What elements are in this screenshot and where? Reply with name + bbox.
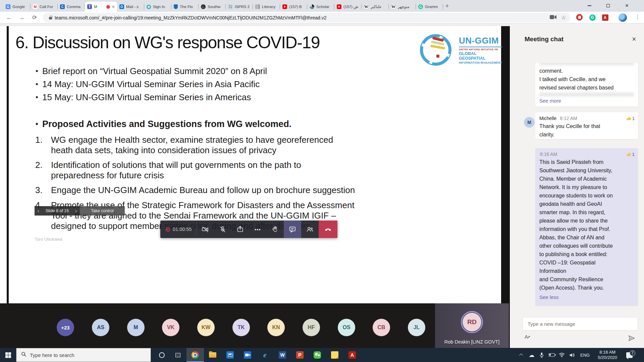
thumbs-up-reaction[interactable]: 1 [626, 116, 635, 121]
slide-credit: Taro Ubukawa [35, 237, 62, 242]
video-camera-icon [244, 351, 251, 359]
camera-off-button[interactable] [197, 221, 214, 238]
microphone-tray-icon[interactable] [537, 352, 547, 358]
see-less-link[interactable]: See less [535, 294, 638, 300]
browser-tab[interactable]: (157) B [280, 2, 307, 12]
address-bar[interactable]: teams.microsoft.com/_#/pre-join-calling/… [43, 13, 570, 22]
more-options-button[interactable]: ••• [249, 221, 266, 238]
browser-tab[interactable]: The Flo [171, 2, 199, 12]
taskbar-wechat-button[interactable] [309, 348, 326, 362]
slide-bullet: •15 May: UN-GGIM Virtual Seminar Series … [36, 92, 251, 103]
new-tab-button[interactable]: + [443, 2, 451, 11]
browser-tab[interactable]: Wعلىاكبر [362, 2, 389, 12]
browser-tab[interactable]: Southw [199, 2, 226, 12]
raise-hand-icon [271, 226, 279, 233]
browser-tab[interactable]: MCall For [31, 2, 58, 12]
tab-label: علىاكبر [371, 4, 386, 9]
chat-icon [288, 225, 297, 233]
mic-off-button[interactable] [214, 221, 231, 238]
window-maximize-button[interactable] [600, 0, 616, 11]
message-timestamp: 8:12 AM [560, 116, 577, 121]
taskbar-clock[interactable]: 8:16 AM 5/20/2020 [593, 350, 622, 360]
tab-close-icon[interactable]: × [112, 4, 115, 9]
browser-tab[interactable]: Literacy [253, 2, 280, 12]
camera-in-use-icon[interactable] [550, 15, 556, 21]
next-slide-icon[interactable]: › [75, 208, 77, 214]
window-minimize-button[interactable] [582, 0, 597, 11]
browser-tab[interactable]: Scholar [307, 2, 334, 12]
outlook-icon: O [119, 4, 124, 9]
taskbar-ie-button[interactable]: e [256, 348, 274, 362]
stage-letterbox-right [501, 26, 510, 303]
send-message-button[interactable] [628, 335, 635, 343]
taskbar-sticky-notes-button[interactable] [326, 348, 343, 362]
reload-button[interactable]: ⟳ [30, 13, 40, 23]
word-icon: W [279, 351, 286, 359]
chat-panel-title: Meeting chat [525, 36, 564, 43]
forward-button[interactable]: → [17, 13, 27, 23]
wikipedia-icon: W [364, 4, 369, 9]
browser-menu-icon[interactable]: ⋮ [635, 14, 640, 20]
browser-tab[interactable]: OMail - s [117, 2, 144, 12]
grammarly-icon: G [418, 4, 423, 9]
record-icon [166, 227, 170, 232]
taskbar-search-input[interactable] [30, 352, 130, 358]
take-control-button[interactable]: Take control [80, 206, 125, 216]
taskbar-chrome-button[interactable] [186, 348, 204, 362]
participant-avatar: KW [197, 319, 215, 336]
format-button[interactable]: A [525, 334, 531, 340]
taskbar-powerpoint-button[interactable]: P [291, 348, 309, 362]
task-view-button[interactable] [170, 348, 186, 362]
browser-tab-strip: GGoogle MCall For CCorema TM× OMail - s … [0, 0, 644, 12]
bookmark-star-icon[interactable]: ☆ [561, 15, 566, 20]
adblock-extension-icon[interactable] [576, 14, 583, 20]
sender-name: Michelle [539, 116, 556, 121]
action-center-button[interactable]: 7 [622, 352, 637, 358]
previous-slide-icon[interactable]: ‹ [38, 208, 39, 214]
onedrive-cloud-icon[interactable]: ☁ [527, 352, 537, 358]
cortana-button[interactable] [154, 348, 170, 362]
chrome-icon [192, 351, 199, 359]
browser-tab[interactable]: ISPRS 2 [226, 2, 253, 12]
slide-nav-overlay: ‹ Slide 8 of 15 › Take control [35, 206, 125, 216]
browser-tab[interactable]: GGramm [416, 2, 443, 12]
back-button[interactable]: ← [4, 13, 14, 23]
screen: GGoogle MCall For CCorema TM× OMail - s … [0, 0, 644, 362]
browser-tab[interactable]: (157) ش [334, 2, 362, 12]
taskbar-word-button[interactable]: W [274, 348, 291, 362]
browser-tab[interactable]: Wمنوچهر [389, 2, 416, 12]
wifi-icon[interactable] [557, 353, 567, 357]
browser-tab-active-teams[interactable]: TM× [85, 2, 117, 12]
browser-profile-avatar[interactable] [619, 13, 627, 22]
taskbar-explorer-button[interactable] [204, 348, 221, 362]
cortana-icon [159, 352, 165, 358]
share-screen-button[interactable] [231, 221, 249, 238]
taskbar-search-box[interactable] [16, 348, 151, 362]
see-more-link[interactable]: See more [535, 98, 638, 104]
tab-label: M [94, 5, 104, 9]
taskbar-mail-button[interactable] [221, 348, 239, 362]
taskbar-video-app-button[interactable] [239, 348, 256, 362]
chat-close-icon[interactable]: × [632, 35, 636, 44]
tray-expand-icon[interactable] [517, 354, 527, 356]
volume-icon[interactable] [567, 353, 577, 358]
camera-off-icon [201, 225, 209, 233]
browser-tab[interactable]: Sign In [144, 2, 171, 12]
thumbs-up-reaction[interactable]: 1 [626, 152, 635, 157]
chat-toggle-button-active[interactable] [284, 221, 301, 238]
start-button[interactable] [0, 348, 16, 362]
taskbar-acrobat-button[interactable]: A [343, 348, 361, 362]
browser-tab[interactable]: CCorema [58, 2, 85, 12]
battery-icon[interactable] [547, 353, 557, 357]
window-close-button[interactable]: × [619, 0, 635, 11]
participants-button[interactable] [301, 221, 319, 238]
hang-up-button[interactable] [319, 221, 337, 238]
pdf-extension-icon[interactable]: A [602, 14, 608, 21]
new-message-input[interactable] [523, 317, 638, 330]
browser-tab[interactable]: GGoogle [3, 2, 31, 12]
language-indicator[interactable]: ENG [577, 353, 593, 358]
logo-subtitle: INFORMATION MANAGEMENT [459, 61, 502, 64]
raise-hand-button[interactable] [266, 221, 284, 238]
mail-icon [226, 351, 234, 359]
grammarly-extension-icon[interactable]: G [589, 14, 596, 21]
